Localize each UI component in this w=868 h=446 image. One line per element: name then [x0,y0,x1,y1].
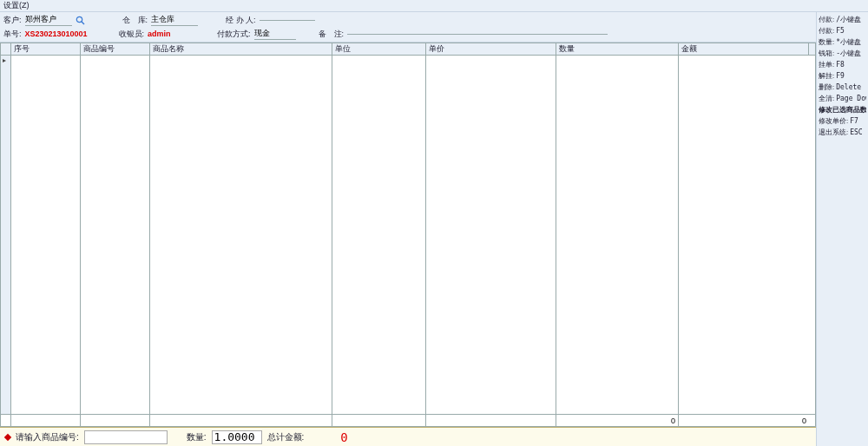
search-icon[interactable] [76,15,86,25]
paytype-value[interactable]: 现金 [254,28,296,40]
barcode-input[interactable] [84,430,168,444]
hotkey-row: 修改单价:F7 [819,115,866,126]
menu-settings[interactable]: 设置(Z) [3,0,30,11]
operator-value[interactable] [260,20,315,21]
table-body[interactable] [1,56,815,414]
hotkey-label: 付款: [819,26,834,36]
footer-qty-total: 0 [556,415,679,426]
total-value: 0 [340,430,347,444]
footer-amount-total: 0 [679,415,809,426]
rowmark-gutter [1,56,11,414]
hotkey-key: F8 [836,61,866,69]
hotkey-row: 数量:*小键盘 [819,36,866,47]
hotkey-label: 挂单: [819,60,834,69]
app-root: 设置(Z) 客户: 郑州客户 仓 库: 主仓库 经 办 人: [0,0,868,446]
remark-value[interactable] [347,34,608,35]
operator-label: 经 办 人: [226,15,256,26]
hotkey-row: 挂单:F8 [819,59,866,69]
col-seq[interactable]: 序号 [11,43,81,55]
qty-label: 数量: [187,431,207,443]
hotkey-label: 解挂: [819,71,834,81]
hotkey-label: 删除: [819,82,834,92]
hotkey-label: 退出系统: [819,128,848,137]
orderno-label: 单号: [3,29,22,40]
col-qty[interactable]: 数量 [556,43,679,55]
hotkey-key: F7 [850,117,866,125]
rowmark-header [1,43,11,55]
hotkey-key: Page Down [836,95,866,102]
hotkey-sidebar: 付款:/小键盘付款:F5数量:*小键盘钱箱:-小键盘挂单:F8解挂:F9删除:D… [817,12,868,446]
hotkey-row: 删除:Delete [819,82,866,92]
hotkey-key: *小键盘 [836,37,866,47]
hotkey-row: 全清:Page Down [819,93,866,103]
hotkey-label: 付款: [819,15,834,24]
diamond-icon [4,433,11,440]
col-amount[interactable]: 金额 [679,43,809,55]
col-unit[interactable]: 单位 [332,43,426,55]
items-table: 序号 商品编号 商品名称 单位 单价 数量 金额 [0,43,816,427]
main-column: 客户: 郑州客户 仓 库: 主仓库 经 办 人: 单号: XS230213010… [0,12,817,446]
orderno-value: XS230213010001 [25,30,95,38]
table-grid [11,56,815,414]
menu-bar: 设置(Z) [0,0,868,12]
hotkey-row: 解挂:F9 [819,70,866,81]
col-name[interactable]: 商品名称 [150,43,332,55]
cashier-label: 收银员: [119,29,145,40]
cashier-value: admin [148,30,194,38]
warehouse-label: 仓 库: [122,15,148,26]
col-price[interactable]: 单价 [426,43,556,55]
remark-label: 备 注: [319,29,345,40]
hotkey-label: 修改已选商品数量: [819,105,866,115]
svg-point-0 [76,16,82,22]
warehouse-value[interactable]: 主仓库 [151,14,198,26]
col-code[interactable]: 商品编号 [81,43,150,55]
hotkey-row: 付款:F5 [819,25,866,36]
svg-line-1 [82,22,84,24]
bottom-bar: 请输入商品编号: 数量: 总计金额: 0 [0,427,816,446]
body-row: 客户: 郑州客户 仓 库: 主仓库 经 办 人: 单号: XS230213010… [0,12,868,446]
customer-value[interactable]: 郑州客户 [25,14,72,26]
table-header: 序号 商品编号 商品名称 单位 单价 数量 金额 [1,43,815,56]
qty-input[interactable] [212,430,262,444]
hotkey-key: F5 [836,27,866,35]
hotkey-row: 退出系统:ESC [819,127,866,137]
customer-label: 客户: [3,15,22,26]
barcode-prompt: 请输入商品编号: [16,431,79,443]
hotkey-key: ESC [850,128,866,136]
table-footer: 0 0 [1,414,815,426]
hotkey-row: 钱箱:-小键盘 [819,48,866,58]
hotkey-label: 修改单价: [819,116,848,126]
hotkey-row: 修改已选商品数量:F4 [819,104,866,115]
total-label: 总计金额: [267,431,305,443]
hotkey-label: 数量: [819,37,834,47]
hotkey-key: F9 [836,72,866,80]
hotkey-key: -小键盘 [836,49,866,58]
hotkey-label: 全清: [819,94,834,103]
paytype-label: 付款方式: [217,29,251,40]
header-form: 客户: 郑州客户 仓 库: 主仓库 经 办 人: 单号: XS230213010… [0,12,816,43]
hotkey-key: /小键盘 [836,15,866,24]
hotkey-label: 钱箱: [819,49,834,58]
hotkey-row: 付款:/小键盘 [819,14,866,24]
hotkey-key: Delete [836,83,866,91]
